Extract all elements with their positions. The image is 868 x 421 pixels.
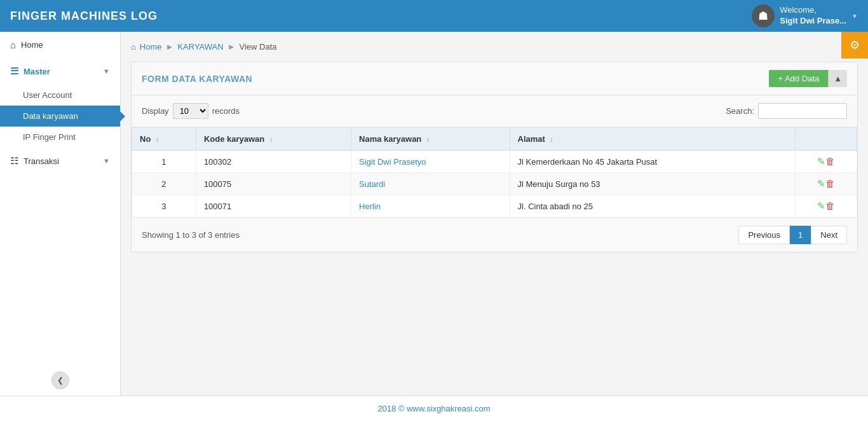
col-actions	[795, 128, 857, 151]
breadcrumb: ⌂ Home ► KARYAWAN ► View Data	[131, 42, 858, 52]
breadcrumb-karyawan-link[interactable]: KARYAWAN	[177, 42, 223, 52]
app-title: FINGER MACHINES LOG	[10, 10, 158, 23]
header: FINGER MACHINES LOG ☗ Welcome, Sigit Dwi…	[0, 0, 868, 32]
cell-actions: ✎🗑	[795, 173, 857, 195]
chevron-icon: ▼	[103, 67, 110, 75]
footer-text: 2018 © www.sixghakreasi.com	[377, 404, 490, 413]
next-button[interactable]: Next	[811, 226, 847, 244]
sidebar-data-karyawan-label: Data karyawan	[23, 111, 78, 121]
display-label: Display	[142, 106, 169, 116]
search-label: Search:	[726, 106, 754, 116]
sidebar: ⌂ Home ☰ Master ▼ User Account Data kary…	[0, 32, 121, 396]
sidebar-home-label: Home	[21, 40, 43, 50]
main-content: ⚙ ⌂ Home ► KARYAWAN ► View Data FORM DAT…	[121, 32, 868, 396]
database-icon: ☰	[10, 66, 18, 77]
table-header-row: No ↕ Kode karyawan ↕ Nama karyawan ↕ Ala…	[132, 128, 857, 151]
records-label: records	[212, 106, 240, 116]
sort-nama-icon: ↕	[426, 136, 430, 143]
collapse-form-button[interactable]: ▲	[828, 70, 847, 87]
showing-text: Showing 1 to 3 of 3 entries	[142, 230, 240, 240]
col-nama: Nama karyawan ↕	[351, 128, 510, 151]
delete-button[interactable]: 🗑	[825, 156, 835, 167]
breadcrumb-sep1: ►	[166, 42, 174, 52]
breadcrumb-sep2: ►	[227, 42, 236, 52]
delete-button[interactable]: 🗑	[825, 178, 835, 189]
edit-button[interactable]: ✎	[817, 200, 825, 212]
sidebar-master-label: Master	[24, 67, 50, 76]
search-control: Search:	[726, 103, 847, 119]
cell-alamat: Jl. Cinta abadi no 25	[510, 195, 795, 217]
welcome-text: Welcome, Sigit Dwi Prase...	[780, 5, 846, 27]
form-title: FORM DATA KARYAWAN	[142, 74, 252, 84]
table-footer: Showing 1 to 3 of 3 entries Previous 1 N…	[132, 217, 857, 252]
previous-button[interactable]: Previous	[738, 226, 790, 244]
cell-actions: ✎🗑	[795, 195, 857, 217]
col-alamat: Alamat ↕	[510, 128, 795, 151]
sidebar-item-data-karyawan[interactable]: Data karyawan	[0, 106, 120, 127]
add-data-button[interactable]: + Add Data	[769, 70, 828, 87]
user-menu[interactable]: ☗ Welcome, Sigit Dwi Prase... ▼	[752, 4, 858, 27]
breadcrumb-home-link[interactable]: Home	[140, 42, 162, 52]
cell-no: 2	[132, 173, 196, 195]
cell-no: 3	[132, 195, 196, 217]
sidebar-user-account-label: User Account	[23, 90, 72, 100]
col-kode: Kode karyawan ↕	[196, 128, 351, 151]
sort-alamat-icon: ↕	[550, 136, 553, 143]
page-footer: 2018 © www.sixghakreasi.com	[0, 396, 868, 421]
data-table: No ↕ Kode karyawan ↕ Nama karyawan ↕ Ala…	[132, 127, 857, 217]
sidebar-item-ip-finger-print[interactable]: IP Finger Print	[0, 127, 120, 148]
cell-kode: 100302	[196, 151, 351, 173]
gear-button[interactable]: ⚙	[841, 32, 868, 59]
form-header-actions: + Add Data ▲	[769, 70, 847, 87]
pagination: Previous 1 Next	[738, 226, 847, 244]
cell-nama: Sutardi	[351, 173, 510, 195]
chevron-transaksi-icon: ▼	[103, 157, 110, 165]
table-head: No ↕ Kode karyawan ↕ Nama karyawan ↕ Ala…	[132, 128, 857, 151]
sort-no-icon: ↕	[156, 136, 159, 143]
chevron-down-icon: ▼	[851, 13, 858, 20]
nama-link[interactable]: Sigit Dwi Prasetyo	[359, 157, 426, 167]
nama-link[interactable]: Sutardi	[359, 179, 385, 189]
layout: ⌂ Home ☰ Master ▼ User Account Data kary…	[0, 32, 868, 396]
table-row: 1100302Sigit Dwi PrasetyoJl Kemerderkaan…	[132, 151, 857, 173]
cell-kode: 100071	[196, 195, 351, 217]
form-card: FORM DATA KARYAWAN + Add Data ▲ Display …	[131, 62, 858, 252]
breadcrumb-current: View Data	[240, 42, 277, 52]
table-body: 1100302Sigit Dwi PrasetyoJl Kemerderkaan…	[132, 151, 857, 217]
cell-nama: Herlin	[351, 195, 510, 217]
transaksi-icon: ☷	[10, 155, 18, 167]
nama-link[interactable]: Herlin	[359, 202, 381, 211]
sidebar-item-home[interactable]: ⌂ Home	[0, 32, 120, 58]
table-row: 3100071HerlinJl. Cinta abadi no 25✎🗑	[132, 195, 857, 217]
page-number-1[interactable]: 1	[790, 226, 811, 244]
edit-button[interactable]: ✎	[817, 156, 825, 167]
breadcrumb-home-icon: ⌂	[131, 42, 136, 52]
cell-actions: ✎🗑	[795, 151, 857, 173]
delete-button[interactable]: 🗑	[825, 200, 835, 211]
search-input[interactable]	[758, 103, 847, 119]
cell-alamat: Jl Kemerderkaan No 45 Jakarta Pusat	[510, 151, 795, 173]
sort-kode-icon: ↕	[269, 136, 273, 143]
avatar: ☗	[752, 4, 775, 27]
cell-no: 1	[132, 151, 196, 173]
col-no: No ↕	[132, 128, 196, 151]
display-control: Display 10 25 50 100 records	[142, 103, 240, 119]
table-controls: Display 10 25 50 100 records Search:	[132, 95, 857, 127]
sidebar-ip-label: IP Finger Print	[23, 132, 76, 142]
display-select[interactable]: 10 25 50 100	[173, 103, 208, 119]
sidebar-item-master[interactable]: ☰ Master ▼	[0, 58, 120, 85]
sidebar-item-user-account[interactable]: User Account	[0, 85, 120, 106]
cell-nama: Sigit Dwi Prasetyo	[351, 151, 510, 173]
edit-button[interactable]: ✎	[817, 178, 825, 190]
sidebar-transaksi-label: Transaksi	[24, 156, 59, 166]
sidebar-item-transaksi[interactable]: ☷ Transaksi ▼	[0, 148, 120, 174]
table-row: 2100075SutardiJl Menuju Surga no 53✎🗑	[132, 173, 857, 195]
form-card-header: FORM DATA KARYAWAN + Add Data ▲	[132, 62, 857, 95]
sidebar-collapse-button[interactable]: ❮	[51, 371, 69, 389]
home-icon: ⌂	[10, 39, 16, 50]
cell-kode: 100075	[196, 173, 351, 195]
cell-alamat: Jl Menuju Surga no 53	[510, 173, 795, 195]
